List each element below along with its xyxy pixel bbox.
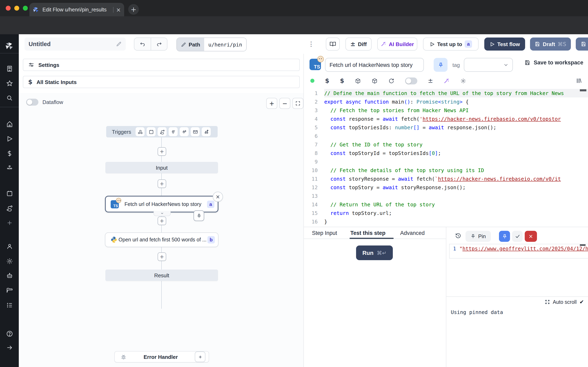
- pin-active-toggle[interactable]: [499, 231, 510, 242]
- undo-redo-group: [134, 38, 167, 50]
- library-icon[interactable]: [576, 77, 582, 84]
- new-tab-button[interactable]: +: [128, 4, 139, 15]
- sidebar-item-search[interactable]: [0, 95, 19, 101]
- poll-trigger-icon[interactable]: [202, 127, 211, 136]
- zoom-in-button[interactable]: +: [266, 98, 277, 109]
- kafka-trigger-icon[interactable]: [180, 127, 189, 136]
- input-node[interactable]: Input: [105, 162, 218, 173]
- expand-icon[interactable]: [545, 299, 550, 305]
- path-control[interactable]: Path u/henri/pin: [176, 38, 247, 51]
- email-trigger-icon[interactable]: [191, 127, 200, 136]
- zoom-out-button[interactable]: −: [279, 98, 290, 109]
- sidebar-item-folders[interactable]: [0, 287, 19, 294]
- pinned-data-badge[interactable]: [194, 210, 204, 221]
- step-node-b[interactable]: Open url and fetch first 500 words of ..…: [105, 233, 218, 247]
- window-minimize-button[interactable]: [14, 6, 19, 11]
- editor-toggle[interactable]: [405, 77, 417, 84]
- sidebar-item-runs[interactable]: [0, 135, 19, 142]
- window-zoom-button[interactable]: [23, 6, 28, 11]
- add-step-button[interactable]: +: [158, 147, 166, 156]
- deploy-button[interactable]: Deploy: [576, 38, 588, 50]
- tag-select[interactable]: [464, 58, 513, 72]
- auto-scroll-label[interactable]: Auto scroll: [553, 299, 577, 305]
- tab-step-input[interactable]: Step Input: [312, 230, 337, 236]
- dataflow-toggle[interactable]: [26, 99, 38, 106]
- draft-button[interactable]: Draft ⌘S: [530, 38, 571, 50]
- flow-settings-row[interactable]: Settings: [23, 59, 300, 71]
- docs-button[interactable]: [326, 38, 340, 50]
- sidebar-item-schedules[interactable]: [0, 190, 19, 197]
- path-edit-segment[interactable]: Path: [177, 38, 204, 51]
- fit-view-button[interactable]: [292, 98, 303, 109]
- sidebar-item-favorites[interactable]: [0, 80, 19, 87]
- sidebar-item-home[interactable]: [0, 121, 19, 128]
- sidebar-item-help[interactable]: [0, 330, 19, 337]
- assets-dollar-icon[interactable]: $: [325, 77, 329, 84]
- step-badge: a: [465, 40, 472, 48]
- flow-name-field[interactable]: Untitled: [25, 38, 126, 50]
- tab-test-this-step[interactable]: Test this step: [350, 230, 385, 236]
- ai-builder-button[interactable]: AI Builder: [377, 38, 417, 50]
- tab-close-icon[interactable]: ×: [116, 6, 121, 13]
- collapse-step-chevron[interactable]: [154, 211, 171, 216]
- result-scrollbar[interactable]: [580, 244, 586, 246]
- python-icon: [110, 236, 118, 243]
- test-up-to-button[interactable]: Test up to a: [423, 38, 479, 50]
- editor-scrollbar[interactable]: [580, 89, 586, 91]
- windmill-logo-icon[interactable]: [0, 42, 19, 50]
- edit-pencil-icon[interactable]: [116, 41, 122, 47]
- sidebar-expand-arrow-icon[interactable]: [0, 344, 19, 351]
- sidebar-item-audit-logs[interactable]: [0, 302, 19, 309]
- undo-button[interactable]: [134, 38, 151, 50]
- redo-button[interactable]: [151, 38, 167, 50]
- diff-button[interactable]: ± Diff: [346, 38, 372, 50]
- variables-dollar-icon[interactable]: $: [340, 77, 344, 84]
- ai-wand-icon[interactable]: [444, 78, 450, 84]
- sidebar-item-workspace[interactable]: [0, 65, 19, 72]
- add-step-button[interactable]: +: [158, 217, 166, 225]
- close-result-button[interactable]: ×: [525, 231, 537, 242]
- tab-advanced[interactable]: Advanced: [400, 230, 425, 236]
- accept-button[interactable]: [512, 231, 523, 242]
- triggers-node[interactable]: Triggers: [106, 126, 218, 137]
- static-inputs-row[interactable]: $ All Static Inputs: [23, 76, 300, 88]
- mqtt-trigger-icon[interactable]: [169, 127, 178, 136]
- step-node-a[interactable]: TS Fetch url of HackerNews top story a: [105, 196, 218, 212]
- route-trigger-icon[interactable]: [158, 127, 167, 136]
- error-handler-node[interactable]: Error Handler: [114, 351, 209, 363]
- step-title-input[interactable]: Fetch url of HackerNews top story: [325, 58, 424, 72]
- sidebar-item-resources[interactable]: [0, 165, 19, 172]
- sidebar-item-settings[interactable]: [0, 258, 19, 265]
- remove-step-button[interactable]: ×: [213, 192, 223, 202]
- sidebar-item-users[interactable]: [0, 243, 19, 250]
- history-button[interactable]: [455, 233, 461, 239]
- pinned-result-editor[interactable]: 1"https://www.geoffreylitt.com/2025/04/1…: [449, 244, 588, 259]
- sidebar-item-variables[interactable]: [0, 150, 19, 157]
- package-icon[interactable]: [355, 78, 361, 84]
- browser-tab[interactable]: Edit Flow u/henri/pin_results ×: [29, 3, 124, 16]
- editor-icon-row: $ $ ±: [304, 74, 588, 87]
- webhook-trigger-icon[interactable]: [136, 127, 145, 136]
- package-lock-icon[interactable]: [372, 78, 378, 84]
- result-node[interactable]: Result: [105, 269, 218, 281]
- add-error-handler-button[interactable]: [195, 351, 205, 362]
- reload-icon[interactable]: [388, 78, 394, 84]
- more-options-kebab-icon[interactable]: ⋮: [307, 38, 315, 50]
- flow-canvas[interactable]: Dataflow + − Triggers: [19, 93, 303, 367]
- pin-button[interactable]: Pin: [466, 231, 491, 242]
- window-close-button[interactable]: [6, 6, 11, 11]
- save-to-workspace-button[interactable]: Save to workspace: [524, 59, 583, 66]
- sidebar-item-workers[interactable]: [0, 272, 19, 279]
- schedule-trigger-icon[interactable]: [147, 127, 156, 136]
- add-step-button[interactable]: +: [158, 252, 166, 261]
- sidebar-item-add[interactable]: [0, 219, 19, 226]
- auto-scroll-check-icon[interactable]: ✔: [579, 299, 584, 305]
- run-button[interactable]: Run ⌘↵: [356, 245, 393, 260]
- pin-active-button[interactable]: [434, 58, 448, 72]
- code-editor[interactable]: 1// Define the main function to fetch th…: [304, 89, 588, 227]
- editor-settings-gear-icon[interactable]: [460, 78, 467, 84]
- diff-icon[interactable]: ±: [428, 77, 433, 84]
- add-step-button[interactable]: +: [158, 179, 166, 188]
- test-flow-button[interactable]: Test flow: [484, 38, 525, 50]
- sidebar-item-routes[interactable]: [0, 205, 19, 212]
